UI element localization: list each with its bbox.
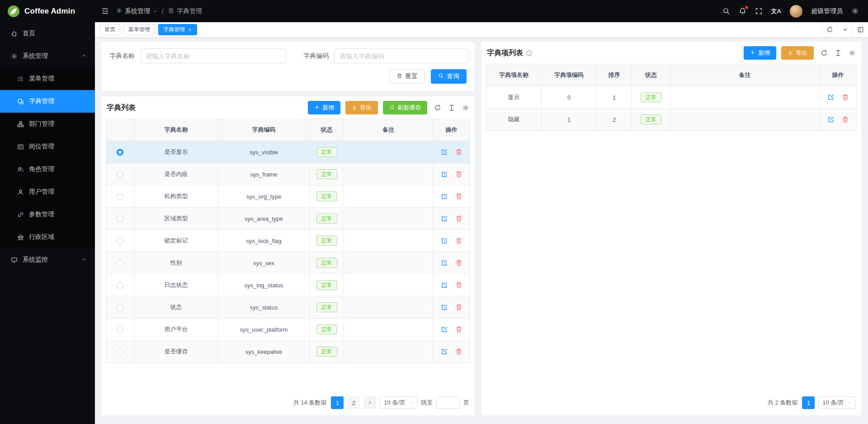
row-radio[interactable] [117, 193, 123, 200]
dict-name-cell: 是否缓存 [134, 341, 218, 363]
export-button[interactable]: 导出 [345, 101, 378, 114]
reset-button[interactable]: 重置 [389, 69, 425, 84]
row-radio[interactable] [117, 238, 123, 244]
next-page-button[interactable] [363, 396, 376, 409]
table-row[interactable]: 区域类型 sys_area_type 正常 [106, 208, 470, 230]
delete-icon[interactable] [455, 148, 462, 156]
row-radio[interactable] [117, 326, 123, 333]
chevron-down-icon[interactable] [837, 22, 853, 37]
translate-icon[interactable]: 文A [771, 7, 781, 15]
delete-icon[interactable] [455, 304, 462, 311]
page-size-select[interactable]: 10 条/页 [380, 396, 417, 409]
sidebar-item-menu-management[interactable]: 菜单管理 [0, 67, 95, 90]
edit-icon[interactable] [441, 215, 448, 222]
sidebar-item-label: 系统监控 [23, 256, 48, 264]
delete-icon[interactable] [455, 281, 462, 289]
settings-gear-icon[interactable] [851, 7, 859, 15]
layout-icon[interactable] [853, 22, 868, 37]
tab-dictionary-management[interactable]: 字典管理 [158, 24, 197, 35]
delete-icon[interactable] [455, 215, 462, 222]
tab-home[interactable]: 首页 [99, 24, 120, 35]
sidebar-item-role-management[interactable]: 角色管理 [0, 158, 95, 181]
sidebar-item-department-management[interactable]: 部门管理 [0, 113, 95, 135]
sidebar-item-parameter-management[interactable]: 参数管理 [0, 203, 95, 226]
sidebar-item-user-management[interactable]: 用户管理 [0, 181, 95, 203]
row-radio[interactable] [117, 149, 123, 156]
edit-icon[interactable] [827, 94, 835, 101]
page-1-button[interactable]: 1 [331, 396, 344, 409]
edit-icon[interactable] [441, 237, 448, 244]
row-radio[interactable] [117, 215, 123, 222]
delete-icon[interactable] [455, 259, 462, 267]
table-row[interactable]: 是否缓存 sys_keepalive 正常 [106, 341, 470, 363]
close-icon[interactable] [188, 28, 192, 32]
search-icon[interactable] [722, 7, 730, 15]
table-row[interactable]: 是否内嵌 sys_frame 正常 [106, 163, 470, 186]
page-1-button[interactable]: 1 [802, 396, 815, 409]
edit-icon[interactable] [441, 348, 448, 355]
table-settings-gear-icon[interactable] [462, 104, 469, 111]
table-row[interactable]: 是否显示 sys_visible 正常 [106, 141, 470, 163]
table-row[interactable]: 显示 0 1 正常 [486, 86, 857, 109]
page-size-select[interactable]: 10 条/页 [818, 396, 856, 409]
refresh-icon[interactable] [821, 49, 828, 57]
sidebar-item-system-management[interactable]: 系统管理 [0, 45, 95, 67]
edit-icon[interactable] [441, 171, 448, 178]
avatar[interactable] [790, 5, 802, 18]
sidebar-item-admin-region[interactable]: 行政区域 [0, 226, 95, 248]
jump-page-input[interactable] [436, 396, 460, 409]
table-row[interactable]: 机构类型 sys_org_type 正常 [106, 186, 470, 208]
delete-icon[interactable] [455, 348, 462, 355]
edit-icon[interactable] [441, 281, 448, 289]
delete-icon[interactable] [455, 326, 462, 333]
row-radio[interactable] [117, 171, 123, 178]
notification-bell-icon[interactable] [739, 7, 746, 15]
edit-icon[interactable] [441, 148, 448, 156]
sidebar-item-home[interactable]: 首页 [0, 22, 95, 45]
username[interactable]: 超级管理员 [811, 7, 843, 15]
refresh-cache-button[interactable]: 刷新缓存 [383, 101, 427, 114]
edit-icon[interactable] [441, 259, 448, 267]
query-button[interactable]: 查询 [431, 69, 467, 84]
edit-icon[interactable] [441, 304, 448, 311]
sidebar-item-system-monitor[interactable]: 系统监控 [0, 248, 95, 271]
dict-code-cell: sys_area_type [218, 208, 310, 230]
delete-icon[interactable] [455, 171, 462, 178]
delete-icon[interactable] [842, 116, 849, 123]
add-button[interactable]: 新增 [308, 101, 340, 114]
table-row[interactable]: 性别 sys_sex 正常 [106, 252, 470, 274]
sidebar-item-post-management[interactable]: 岗位管理 [0, 135, 95, 158]
delete-icon[interactable] [455, 193, 462, 200]
add-item-button[interactable]: 新增 [744, 46, 776, 60]
refresh-icon[interactable] [822, 22, 837, 37]
dict-code-input[interactable] [334, 48, 468, 63]
refresh-icon[interactable] [434, 104, 441, 111]
fullscreen-icon[interactable] [755, 7, 763, 15]
row-radio[interactable] [117, 260, 123, 267]
breadcrumb-system-management[interactable]: 系统管理 [116, 7, 157, 15]
table-row[interactable]: 隐藏 1 2 正常 [486, 109, 857, 131]
dict-name-input[interactable] [140, 48, 286, 63]
row-radio[interactable] [117, 348, 123, 355]
row-radio[interactable] [117, 282, 123, 289]
table-row[interactable]: 日志状态 sys_log_status 正常 [106, 274, 470, 296]
row-radio[interactable] [117, 304, 123, 311]
table-settings-gear-icon[interactable] [849, 49, 856, 57]
edit-icon[interactable] [441, 193, 448, 200]
delete-icon[interactable] [842, 94, 849, 101]
edit-icon[interactable] [827, 116, 835, 123]
export-items-button[interactable]: 导出 [781, 46, 814, 60]
page-2-button[interactable]: 2 [347, 396, 360, 409]
sidebar-item-dictionary-management[interactable]: 字典管理 [0, 90, 95, 113]
tab-menu-management[interactable]: 菜单管理 [123, 24, 155, 35]
column-height-icon[interactable] [448, 104, 455, 111]
table-row[interactable]: 用户平台 sys_user_platform 正常 [106, 319, 470, 341]
item-sort-cell: 1 [597, 86, 632, 109]
delete-icon[interactable] [455, 237, 462, 244]
table-row[interactable]: 状态 sys_status 正常 [106, 296, 470, 319]
sidebar-collapse-button[interactable] [101, 7, 109, 15]
edit-icon[interactable] [441, 326, 448, 333]
table-row[interactable]: 锁定标记 sys_lock_flag 正常 [106, 230, 470, 252]
info-icon[interactable] [526, 50, 533, 57]
column-height-icon[interactable] [835, 49, 842, 57]
